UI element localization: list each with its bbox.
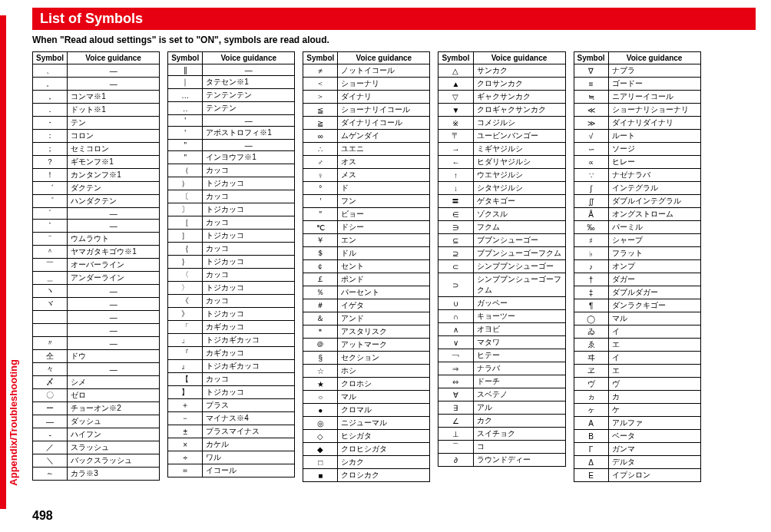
table-row: ーチョーオン※2 bbox=[33, 402, 160, 415]
symbol-cell: ♀ bbox=[303, 169, 338, 182]
symbol-cell: ー bbox=[33, 402, 68, 415]
table-row: ヵカ bbox=[574, 391, 700, 404]
symbol-cell: 」 bbox=[168, 334, 203, 347]
side-section-label: Appendix/Troubleshooting bbox=[8, 359, 19, 486]
voice-cell: スラッシュ bbox=[68, 441, 160, 454]
table-row: 〒ユービンバンゴー bbox=[438, 130, 565, 143]
table-row: ；セミコロン bbox=[33, 143, 160, 156]
voice-cell: ヒテー bbox=[473, 349, 565, 362]
voice-cell: — bbox=[68, 64, 160, 78]
table-row: ∵ナゼナラバ bbox=[574, 169, 700, 182]
voice-cell: ビョー bbox=[338, 208, 430, 221]
table-row: ゛ダクテン bbox=[33, 182, 160, 195]
voice-cell: オーバーライン bbox=[68, 259, 160, 272]
symbol-cell: ／ bbox=[33, 441, 68, 454]
col-header-voice: Voice guidance bbox=[608, 52, 700, 64]
voice-cell: ゲタキゴー bbox=[473, 195, 565, 208]
table-row: ？ギモンフ※1 bbox=[33, 156, 160, 169]
voice-cell: テンテン bbox=[203, 102, 295, 115]
symbol-cell: ◯ bbox=[574, 312, 608, 325]
table-row: ▽ギャクサンカク bbox=[438, 91, 565, 104]
table-row: ★クロホシ bbox=[303, 378, 430, 391]
voice-cell: パーセント bbox=[338, 286, 430, 299]
symbol-cell: Å bbox=[574, 208, 608, 221]
symbol-cell: ¶ bbox=[574, 299, 608, 312]
voice-cell: ケ bbox=[608, 404, 700, 417]
voice-cell: サンカク bbox=[473, 64, 565, 78]
table-row: Εイプシロン bbox=[574, 469, 700, 482]
voice-cell: コメジルシ bbox=[473, 117, 565, 130]
voice-cell: ゾクスル bbox=[473, 208, 565, 221]
table-row: 〉トジカッコ bbox=[168, 282, 295, 295]
symbol-cell: ○ bbox=[303, 391, 338, 404]
symbol-cell: ヵ bbox=[574, 391, 608, 404]
voice-cell: バックスラッシュ bbox=[68, 454, 160, 468]
symbol-cell: ∋ bbox=[438, 221, 473, 234]
voice-cell: マル bbox=[608, 312, 700, 325]
symbol-cell: ｜ bbox=[168, 76, 203, 89]
symbol-cell: ´ bbox=[33, 208, 68, 220]
table-row: ∨マタワ bbox=[438, 336, 565, 349]
symbol-cell: ⇔ bbox=[438, 375, 473, 388]
table-row: 【カッコ bbox=[168, 373, 295, 386]
voice-cell: タテセン※1 bbox=[203, 76, 295, 89]
table-row: ∩キョーツー bbox=[438, 310, 565, 323]
voice-cell: ダガー bbox=[608, 273, 700, 286]
table-row: ∽ソージ bbox=[574, 143, 700, 156]
voice-cell: カッコ bbox=[203, 295, 295, 308]
table-row: ∀スベテノ bbox=[438, 388, 565, 401]
voice-cell: カッコ bbox=[203, 243, 295, 256]
table-row: ／スラッシュ bbox=[33, 441, 160, 454]
col-header-voice: Voice guidance bbox=[338, 52, 430, 64]
table-row: ＜ショーナリ bbox=[303, 78, 430, 91]
symbol-cell: ？ bbox=[33, 156, 68, 169]
voice-cell: トジカギカッコ bbox=[203, 334, 295, 347]
table-row: ‡ダブルダガー bbox=[574, 286, 700, 299]
voice-cell: ナブラ bbox=[608, 64, 700, 78]
voice-cell: — bbox=[203, 115, 295, 127]
table-row: ヾ— bbox=[33, 298, 160, 311]
voice-cell: ゴードー bbox=[608, 78, 700, 91]
voice-cell: ドット※1 bbox=[68, 104, 160, 117]
voice-cell: パーミル bbox=[608, 221, 700, 234]
symbol-cell: √ bbox=[574, 130, 608, 143]
table-row: ♪オンプ bbox=[574, 260, 700, 273]
voice-cell: カンタンフ※1 bbox=[68, 169, 160, 182]
symbol-cell: ▼ bbox=[438, 104, 473, 117]
table-row: 、— bbox=[33, 64, 160, 78]
voice-cell: ポンド bbox=[338, 273, 430, 286]
symbol-cell: ⇒ bbox=[438, 362, 473, 375]
voice-cell: イ bbox=[608, 325, 700, 339]
voice-cell: アル bbox=[473, 401, 565, 415]
symbol-cell: ゞ bbox=[33, 324, 68, 337]
table-row: ∧オヨビ bbox=[438, 323, 565, 336]
col-header-voice: Voice guidance bbox=[68, 52, 160, 64]
table-row: △サンカク bbox=[438, 64, 565, 78]
voice-cell: — bbox=[68, 337, 160, 350]
symbol-cell: ＋ bbox=[168, 399, 203, 412]
symbol-cell: ￢ bbox=[438, 349, 473, 362]
voice-cell: キョーツー bbox=[473, 310, 565, 323]
voice-cell: ダイナリ bbox=[338, 91, 430, 104]
table-row: ×カケル bbox=[168, 438, 295, 451]
table-row: 『カギカッコ bbox=[168, 347, 295, 360]
symbol-cell: Γ bbox=[574, 443, 608, 456]
symbol-cell: " bbox=[168, 151, 203, 164]
voice-cell: シメ bbox=[68, 376, 160, 389]
voice-cell: — bbox=[68, 78, 160, 91]
voice-cell: クロギャクサンカク bbox=[473, 104, 565, 117]
voice-cell: トジカッコ bbox=[203, 308, 295, 321]
voice-cell: カラ※3 bbox=[68, 468, 160, 481]
symbol-cell: 〈 bbox=[168, 269, 203, 282]
tables-container: SymbolVoice guidance、—。—，コンマ※1．ドット※1・テン：… bbox=[32, 51, 756, 482]
symbol-cell: ∪ bbox=[438, 297, 473, 310]
page-title: List of Symbols bbox=[32, 8, 756, 30]
voice-cell: ガンマ bbox=[608, 443, 700, 456]
table-row: Βベータ bbox=[574, 430, 700, 443]
voice-cell: ナゼナラバ bbox=[608, 169, 700, 182]
table-row: "— bbox=[168, 140, 295, 151]
table-row: ∪ガッペー bbox=[438, 297, 565, 310]
voice-cell: コ bbox=[473, 441, 565, 454]
symbol-cell: ： bbox=[33, 130, 68, 143]
table-row: ‰パーミル bbox=[574, 221, 700, 234]
